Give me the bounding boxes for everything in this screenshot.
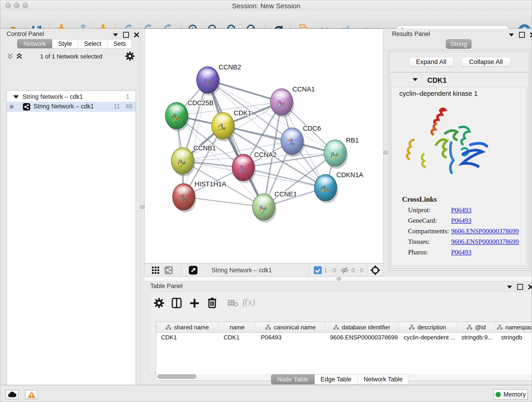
node-CDC25B[interactable] bbox=[165, 102, 189, 131]
crosslink-label: Tissues: bbox=[408, 238, 430, 245]
network-view-icon[interactable] bbox=[165, 266, 173, 274]
node-CCNE1[interactable] bbox=[253, 194, 276, 223]
results-panel-splitter[interactable] bbox=[383, 29, 387, 276]
grid-view-icon[interactable] bbox=[152, 266, 159, 274]
open-in-new-window-icon[interactable] bbox=[189, 266, 197, 274]
cloud-icon bbox=[8, 392, 17, 398]
column-header-label: name bbox=[230, 324, 244, 331]
expand-all-icon[interactable] bbox=[15, 52, 23, 60]
column-header-canonical-name[interactable]: canonical name bbox=[256, 322, 325, 332]
expand-all-button[interactable]: Expand All bbox=[409, 57, 453, 67]
node-CDC6[interactable] bbox=[281, 128, 305, 157]
close-panel-icon[interactable] bbox=[530, 32, 532, 37]
gene-name: CDK1 bbox=[427, 76, 447, 85]
table-gear-icon[interactable] bbox=[154, 298, 164, 308]
network-graph: CCNB2CCNA1CDC25BCDK1CDC6RB1CCNB1CCNA2CDK… bbox=[145, 29, 383, 263]
splitter-handle-icon[interactable] bbox=[383, 151, 388, 154]
edge-CCNB2-HIST1H1A bbox=[184, 80, 208, 197]
memory-label: Memory bbox=[504, 391, 526, 398]
network-list: String Network – cdk1 1 String Network –… bbox=[7, 90, 136, 402]
current-network-name: String Network – cdk1 bbox=[211, 267, 272, 274]
selected-checkbox-icon[interactable] bbox=[314, 266, 322, 274]
network-collection-row[interactable]: String Network – cdk1 1 bbox=[7, 92, 136, 102]
network-row-selected[interactable]: String Network – cdk1 11 48 bbox=[7, 102, 136, 112]
node-CCNA2[interactable] bbox=[232, 154, 256, 183]
column-header-shared-name[interactable]: shared name bbox=[156, 322, 219, 332]
crosslink-link[interactable]: P06493 bbox=[451, 217, 472, 224]
column-header-namespac[interactable]: namespac bbox=[496, 322, 532, 332]
crosslink-link[interactable]: 9606.ENSP00000378699 bbox=[451, 227, 519, 235]
section-collapse-icon[interactable] bbox=[413, 78, 418, 81]
gene-section: CDK1 cyclin–dependent kinase 1 bbox=[390, 72, 529, 269]
tab-edge-table[interactable]: Edge Table bbox=[315, 374, 358, 384]
control-panel-tabs: Network Style Select Sets bbox=[17, 39, 132, 48]
table-cell: P06493 bbox=[256, 332, 325, 342]
node-CDK1[interactable] bbox=[212, 113, 235, 141]
crosslink-link[interactable]: P06493 bbox=[451, 206, 472, 214]
tab-network-table[interactable]: Network Table bbox=[358, 374, 409, 384]
results-panel-title: Results Panel bbox=[392, 31, 430, 38]
cloud-status-button[interactable] bbox=[6, 390, 19, 400]
gene-section-body: cyclin–dependent kinase 1 bbox=[391, 87, 527, 266]
node-table: shared namenamecanonical namedatabase id… bbox=[156, 322, 532, 380]
node-label-CCNA2: CCNA2 bbox=[254, 151, 277, 158]
panel-menu-icon[interactable] bbox=[509, 33, 514, 36]
tab-string[interactable]: String bbox=[446, 39, 472, 49]
close-panel-icon[interactable] bbox=[134, 32, 139, 37]
table-row[interactable]: CDK1CDK1P064939606.ENSP00000378699cyclin… bbox=[156, 332, 532, 342]
column-header-description[interactable]: description bbox=[399, 322, 456, 332]
node-CCNB2[interactable] bbox=[196, 67, 220, 96]
gene-section-header[interactable]: CDK1 bbox=[390, 73, 529, 87]
collapse-all-icon[interactable] bbox=[6, 52, 14, 60]
node-label-RB1: RB1 bbox=[346, 137, 359, 144]
function-builder-icon: f(x) bbox=[242, 297, 255, 307]
crosslink-link[interactable]: 9606.ENSP00000378699 bbox=[451, 238, 519, 245]
column-type-icon bbox=[409, 325, 415, 330]
column-header-name[interactable]: name bbox=[219, 322, 256, 332]
memory-button[interactable]: Memory bbox=[494, 389, 528, 400]
float-panel-icon[interactable] bbox=[519, 32, 525, 38]
protein-structure-image bbox=[402, 105, 498, 186]
warning-icon bbox=[27, 391, 36, 398]
control-panel-splitter[interactable] bbox=[140, 29, 145, 385]
float-panel-icon[interactable] bbox=[123, 32, 129, 38]
node-HIST1H1A[interactable] bbox=[172, 184, 196, 212]
crosslink-label: Compartments: bbox=[408, 227, 449, 235]
control-panel-window-buttons bbox=[113, 32, 139, 38]
network-canvas[interactable]: CCNB2CCNA1CDC25BCDK1CDC6RB1CCNB1CCNA2CDK… bbox=[145, 29, 383, 263]
warning-status-button[interactable] bbox=[25, 390, 38, 400]
expand-collapse-bar: Expand All Collapse All bbox=[390, 52, 529, 72]
column-header-label: shared name bbox=[174, 324, 209, 331]
tree-expander-icon[interactable] bbox=[13, 95, 19, 99]
panel-menu-icon[interactable] bbox=[507, 286, 512, 288]
tab-network[interactable]: Network bbox=[17, 39, 52, 48]
column-header-label: namespac bbox=[505, 324, 532, 331]
delete-column-icon[interactable] bbox=[207, 297, 217, 308]
scrollbar-thumb[interactable] bbox=[157, 374, 196, 379]
tab-select[interactable]: Select bbox=[78, 39, 108, 48]
table-cell: CDK1 bbox=[156, 332, 219, 342]
hidden-counts: 0 - 0 bbox=[351, 267, 363, 274]
splitter-handle-icon[interactable] bbox=[140, 205, 145, 209]
tab-sets[interactable]: Sets bbox=[108, 39, 132, 48]
splitter-handle-icon[interactable] bbox=[336, 277, 341, 281]
close-panel-icon[interactable] bbox=[528, 284, 532, 289]
node-RB1[interactable] bbox=[324, 140, 348, 169]
node-CDKN1A[interactable] bbox=[314, 174, 338, 203]
collapse-all-button[interactable]: Collapse All bbox=[461, 57, 511, 67]
crosslink-link[interactable]: P06493 bbox=[451, 249, 472, 256]
tab-style[interactable]: Style bbox=[52, 39, 78, 48]
column-header-database-identifier[interactable]: database identifier bbox=[325, 322, 399, 332]
birdseye-crosshair-icon[interactable] bbox=[370, 265, 380, 275]
tab-node-table[interactable]: Node Table bbox=[271, 374, 315, 384]
show-columns-icon[interactable] bbox=[171, 298, 182, 308]
node-CCNA1[interactable] bbox=[270, 89, 294, 118]
application-window: Session: New Session bbox=[0, 0, 532, 402]
table-panel-splitter[interactable] bbox=[145, 276, 532, 281]
float-panel-icon[interactable] bbox=[517, 284, 523, 290]
column-header-@id[interactable]: @id bbox=[456, 322, 496, 332]
add-column-icon[interactable] bbox=[189, 298, 200, 308]
column-type-icon bbox=[165, 325, 171, 330]
gear-icon[interactable] bbox=[125, 51, 134, 61]
panel-menu-icon[interactable] bbox=[113, 33, 118, 36]
